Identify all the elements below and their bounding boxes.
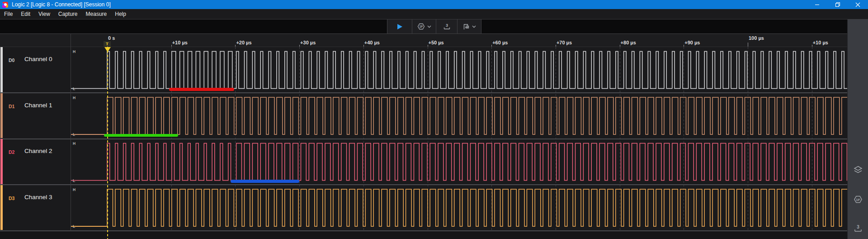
timeline-ruler[interactable]: 0 s+10 µs+20 µs+30 µs+40 µs+50 µs+60 µs+… [0, 33, 847, 47]
trigger-time-line [107, 47, 108, 239]
high-level-label: H [73, 96, 75, 100]
right-sidebar: 1F 3 [847, 19, 868, 239]
channel-color-strip [0, 139, 3, 184]
window-title: Logic 2 [Logic 8 - Connected] [Session 0… [12, 1, 111, 8]
tick-label: 0 s [108, 35, 115, 41]
waveform-svg [0, 47, 847, 231]
menu-bar: File Edit View Capture Measure Help [0, 9, 868, 19]
pre-trigger-level-line [71, 88, 107, 89]
measurements-panel-button[interactable]: 3 [848, 224, 868, 233]
start-capture-button[interactable] [387, 19, 412, 33]
tick-label: +40 µs [364, 40, 380, 45]
title-bar[interactable]: Logic 2 [Logic 8 - Connected] [Session 0… [0, 0, 868, 9]
channel-color-strip [0, 47, 3, 92]
analyzers-panel-button[interactable]: 1F [848, 195, 868, 204]
tick-label: +50 µs [429, 40, 444, 45]
play-icon [396, 23, 403, 30]
close-button[interactable] [848, 0, 868, 9]
logic2-window: Logic 2 [Logic 8 - Connected] [Session 0… [0, 0, 868, 239]
restore-button[interactable] [827, 0, 848, 9]
high-level-label: H [73, 141, 75, 146]
waveform-area[interactable]: D0Channel 0HLD1Channel 1HLD2Channel 2HLD… [0, 47, 847, 231]
trigger-marker-badge[interactable]: T [104, 41, 111, 47]
channel-id-label[interactable]: D2 [9, 149, 14, 155]
high-level-label: H [73, 187, 75, 192]
pre-trigger-level-line [71, 180, 107, 181]
trigger-marker-icon[interactable] [104, 47, 111, 52]
chevron-down-icon [472, 25, 476, 28]
device-settings-button[interactable]: 1F [412, 19, 436, 33]
channel-color-strip [0, 185, 3, 230]
chevron-down-icon [427, 25, 431, 28]
digital-waveform-D1 [71, 97, 847, 134]
digital-waveform-D2 [71, 143, 847, 181]
window-controls [807, 0, 868, 9]
menu-help[interactable]: Help [111, 11, 130, 17]
digital-waveform-D3 [71, 189, 847, 226]
channel-name-label[interactable]: Channel 3 [24, 194, 52, 201]
menu-view[interactable]: View [34, 11, 54, 17]
digital-waveform-D0 [71, 52, 847, 89]
memory-buffer-button[interactable]: 3 [436, 19, 458, 33]
minimize-button[interactable] [807, 0, 827, 9]
hex-1f-icon: 1F [853, 195, 863, 204]
channel-name-label[interactable]: Channel 1 [24, 102, 52, 109]
tick-label: +10 µs [172, 40, 188, 45]
extensions-panel-button[interactable] [848, 165, 868, 174]
measurement-annotation-bar[interactable] [104, 134, 178, 137]
tick-label: +20 µs [236, 40, 251, 45]
channel-id-label[interactable]: D3 [9, 196, 14, 201]
svg-text:3: 3 [445, 23, 448, 28]
tick-label: 100 µs [749, 35, 764, 41]
tick-label: +60 µs [492, 40, 508, 45]
tick-label: +30 µs [300, 40, 316, 45]
restore-icon [835, 2, 840, 7]
hex-1f-icon: 1F [417, 23, 425, 30]
pre-trigger-level-line [71, 226, 107, 227]
tick-label: +80 µs [621, 40, 636, 45]
menu-file[interactable]: File [0, 11, 17, 17]
minimize-icon [815, 2, 820, 7]
svg-text:1F: 1F [419, 25, 423, 28]
channel-id-label[interactable]: D1 [9, 104, 14, 109]
channel-color-strip [0, 93, 3, 139]
channel-name-label[interactable]: Channel 2 [24, 148, 52, 154]
label-panel-divider [71, 33, 71, 231]
close-icon [855, 2, 860, 7]
tick-label: +10 µs [813, 40, 828, 45]
flag-icon [462, 23, 470, 30]
menu-measure[interactable]: Measure [82, 11, 111, 17]
svg-text:1F: 1F [856, 198, 860, 202]
channel-row-divider [0, 184, 847, 185]
toolbar-cluster: 1F 3 [387, 19, 481, 33]
layers-icon [853, 165, 863, 174]
channel-row-divider [0, 92, 847, 93]
high-level-label: H [73, 49, 75, 54]
channel-row-divider [0, 139, 847, 139]
channel-id-label[interactable]: D0 [9, 57, 14, 63]
pre-trigger-level-line [71, 134, 107, 135]
channel-name-label[interactable]: Channel 0 [24, 56, 52, 62]
ruler-3-icon: 3 [854, 224, 863, 233]
ruler-3-icon: 3 [443, 23, 451, 30]
logic-app-icon [2, 2, 8, 8]
measurement-annotation-bar[interactable] [231, 180, 299, 183]
menu-capture[interactable]: Capture [54, 11, 82, 17]
tick-label: +70 µs [557, 40, 572, 45]
measurement-annotation-bar[interactable] [169, 88, 234, 91]
menu-edit[interactable]: Edit [17, 11, 34, 17]
channel-row-divider [0, 230, 847, 231]
capture-mode-button[interactable] [458, 19, 481, 33]
toolbar: 1F 3 [0, 19, 868, 33]
svg-text:3: 3 [857, 225, 859, 229]
tick-label: +90 µs [684, 40, 700, 45]
